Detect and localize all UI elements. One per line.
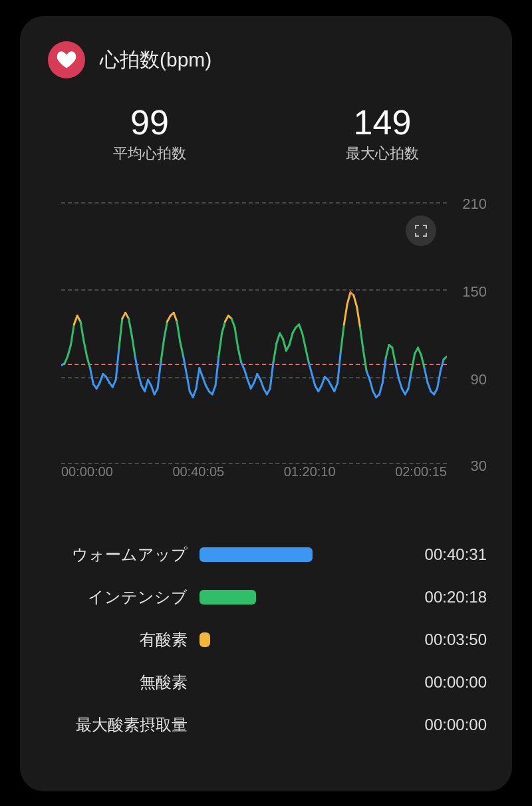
svg-line-117: [438, 371, 441, 388]
zone-row: 最大酸素摂取量00:00:00: [45, 704, 487, 746]
svg-line-119: [444, 356, 447, 359]
svg-line-54: [235, 327, 238, 348]
xtick-3: 02:00:15: [395, 464, 447, 481]
max-hr-label: 最大心拍数: [346, 144, 419, 164]
svg-line-111: [418, 348, 422, 355]
expand-icon: [414, 224, 428, 237]
svg-line-74: [299, 325, 303, 333]
svg-line-60: [254, 374, 257, 382]
avg-hr-label: 平均心拍数: [113, 144, 186, 164]
svg-line-53: [231, 319, 235, 327]
svg-line-44: [203, 377, 206, 386]
svg-line-5: [77, 316, 80, 322]
svg-line-47: [212, 386, 215, 394]
expand-chart-button[interactable]: [406, 215, 436, 246]
svg-line-105: [399, 378, 402, 388]
zone-time: 00:00:00: [374, 673, 487, 692]
svg-line-48: [215, 356, 219, 386]
svg-line-77: [309, 362, 312, 374]
svg-line-45: [206, 386, 209, 392]
svg-line-27: [148, 380, 152, 386]
zone-bar-cell: [200, 590, 374, 604]
svg-line-35: [174, 313, 177, 321]
hr-zones-list: ウォームアップ00:40:31インテンシブ00:20:18有酸素00:03:50…: [45, 533, 487, 746]
zone-time: 00:20:18: [374, 588, 487, 606]
svg-line-24: [138, 374, 142, 386]
plot-area: [61, 202, 447, 464]
svg-line-88: [344, 304, 347, 325]
zone-bar-cell: [200, 718, 374, 732]
svg-line-43: [200, 368, 203, 377]
svg-line-66: [273, 343, 277, 362]
xtick-0: 00:00:00: [61, 464, 113, 481]
svg-line-31: [161, 339, 164, 362]
zone-row: インテンシブ00:20:18: [45, 576, 487, 618]
svg-line-14: [106, 377, 110, 383]
xticks: 00:00:00 00:40:05 01:20:10 02:00:15: [61, 464, 447, 481]
svg-line-4: [74, 316, 77, 325]
svg-line-41: [193, 388, 196, 397]
zone-label: 最大酸素摂取量: [45, 714, 200, 736]
svg-line-75: [303, 333, 306, 348]
svg-line-104: [396, 364, 399, 378]
zone-row: 無酸素00:00:00: [45, 661, 487, 704]
svg-line-76: [305, 348, 309, 362]
svg-line-33: [168, 316, 171, 322]
svg-line-109: [412, 354, 415, 371]
ytick-30: 30: [450, 458, 487, 475]
svg-line-16: [112, 380, 116, 387]
svg-line-39: [187, 374, 190, 391]
svg-line-100: [382, 358, 386, 382]
xtick-2: 01:20:10: [284, 464, 336, 481]
svg-line-114: [428, 382, 431, 391]
zone-row: ウォームアップ00:40:31: [45, 533, 487, 576]
xtick-1: 00:40:05: [172, 464, 224, 481]
svg-line-59: [251, 382, 254, 388]
ytick-90: 90: [450, 371, 487, 388]
svg-line-12: [100, 374, 103, 382]
svg-line-86: [338, 350, 341, 382]
svg-line-118: [440, 359, 444, 371]
heart-rate-card: 心拍数(bpm) 99 平均心拍数 149 最大心拍数 210 150 90 3…: [20, 16, 512, 791]
svg-line-85: [334, 382, 338, 391]
zone-label: 無酸素: [45, 672, 200, 693]
svg-line-50: [222, 321, 225, 333]
svg-line-113: [424, 368, 428, 383]
hr-chart: 210 150 90 30 00:00:00 00:40:05 01:20:10…: [45, 196, 487, 481]
svg-line-83: [328, 380, 331, 386]
zone-row: 有酸素00:03:50: [45, 618, 487, 661]
svg-line-11: [96, 382, 100, 388]
svg-line-94: [363, 350, 366, 371]
svg-line-112: [421, 355, 424, 368]
svg-line-22: [132, 336, 135, 356]
ytick-150: 150: [450, 283, 487, 301]
svg-line-3: [71, 325, 74, 345]
svg-line-18: [119, 319, 122, 348]
card-header: 心拍数(bpm): [20, 16, 512, 78]
svg-line-108: [408, 371, 412, 388]
card-title: 心拍数(bpm): [100, 47, 211, 74]
svg-line-62: [261, 380, 264, 388]
zone-time: 00:00:00: [374, 716, 487, 734]
svg-line-58: [247, 380, 251, 388]
svg-line-23: [135, 356, 138, 374]
svg-line-71: [289, 333, 293, 345]
svg-line-92: [357, 307, 360, 328]
svg-line-70: [286, 345, 289, 351]
svg-line-64: [267, 388, 270, 394]
svg-line-29: [154, 388, 158, 394]
svg-line-57: [245, 370, 248, 380]
svg-line-96: [370, 380, 373, 392]
svg-line-65: [270, 362, 273, 388]
zone-label: 有酸素: [45, 629, 200, 650]
zone-bar: [200, 547, 313, 562]
svg-line-56: [241, 362, 245, 370]
svg-line-20: [126, 313, 129, 319]
hr-line-series: [61, 202, 447, 464]
svg-line-89: [347, 293, 350, 305]
svg-line-6: [80, 321, 84, 340]
svg-line-26: [145, 380, 148, 392]
svg-line-30: [158, 362, 161, 388]
svg-line-37: [180, 342, 184, 356]
svg-line-67: [277, 333, 280, 343]
